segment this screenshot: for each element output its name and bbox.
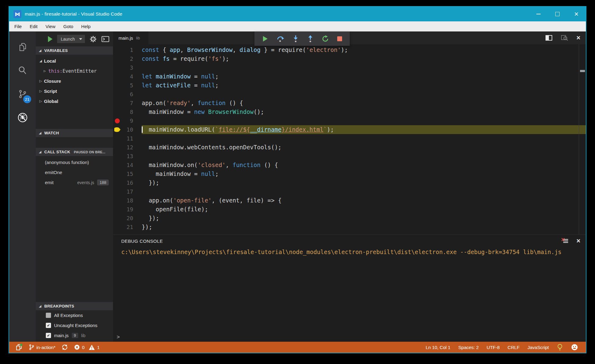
code-text[interactable] [142, 90, 586, 99]
breakpoint-gutter[interactable] [113, 152, 122, 161]
activity-source-control[interactable]: 21 [9, 82, 36, 106]
clear-console-icon[interactable] [561, 238, 569, 244]
code-text[interactable] [142, 116, 586, 125]
breakpoint-gutter[interactable] [113, 214, 122, 223]
variables-scope-closure[interactable]: ▷Closure [36, 76, 113, 86]
breakpoint-gutter[interactable] [113, 72, 122, 81]
code-text[interactable]: const { app, BrowserWindow, dialog } = r… [142, 46, 586, 54]
status-indicator[interactable] [12, 344, 26, 351]
encoding[interactable]: UTF-8 [483, 345, 504, 350]
eol-sequence[interactable]: CRLF [504, 345, 524, 350]
variable-row[interactable]: ▷this: EventEmitter [36, 66, 113, 76]
breakpoint-gutter[interactable] [113, 116, 122, 125]
maximize-button[interactable] [548, 7, 567, 21]
stop-icon[interactable] [337, 36, 342, 42]
configure-gear-button[interactable] [90, 36, 97, 42]
breakpoint-gutter[interactable] [113, 90, 122, 99]
breakpoint-gutter[interactable] [113, 187, 122, 196]
breakpoint-gutter[interactable] [113, 63, 122, 72]
code-text[interactable] [142, 187, 586, 196]
debug-config-dropdown[interactable]: Launch [57, 35, 85, 43]
breakpoint-row[interactable]: All Exceptions [36, 310, 113, 320]
code-text[interactable]: mainWindow = null; [142, 169, 586, 178]
close-button[interactable]: × [567, 7, 586, 21]
breakpoint-gutter[interactable] [113, 205, 122, 214]
tab-main-js[interactable]: main.js lib [113, 31, 148, 44]
toggle-preview-icon[interactable] [560, 34, 568, 42]
breakpoint-gutter[interactable] [113, 134, 122, 143]
code-text[interactable] [142, 152, 586, 161]
close-editor-icon[interactable]: × [576, 35, 580, 41]
breakpoint-checkbox[interactable]: ✔ [46, 323, 51, 328]
breakpoint-row[interactable]: ✔Uncaught Exceptions [36, 320, 113, 330]
code-text[interactable]: mainWindow.on('closed', function () { [142, 161, 586, 169]
minimize-button[interactable] [529, 7, 548, 21]
variables-section-header[interactable]: ◢ VARIABLES [36, 46, 113, 55]
breakpoint-gutter[interactable] [113, 107, 122, 116]
indentation[interactable]: Spaces: 2 [454, 345, 483, 350]
menu-edit[interactable]: Edit [26, 24, 42, 29]
breakpoint-gutter[interactable] [113, 46, 122, 54]
breakpoint-gutter[interactable] [113, 223, 122, 231]
stack-frame[interactable]: emitevents.js188 [36, 177, 113, 187]
breakpoint-row[interactable]: ✔main.js9lib [36, 330, 113, 340]
step-out-icon[interactable] [307, 35, 314, 42]
language-mode[interactable]: JavaScript [524, 345, 553, 350]
breakpoint-checkbox[interactable]: ✔ [46, 333, 51, 338]
breakpoint-checkbox[interactable] [46, 313, 51, 318]
breakpoint-gutter[interactable] [113, 143, 122, 152]
restart-icon[interactable] [322, 35, 329, 42]
cursor-position[interactable]: Ln 10, Col 1 [422, 345, 454, 350]
feedback-status[interactable] [567, 344, 582, 351]
code-text[interactable]: let activeFile = null; [142, 81, 586, 90]
activity-explorer[interactable] [9, 35, 36, 59]
breakpoint-gutter[interactable] [113, 196, 122, 205]
breakpoint-gutter[interactable] [113, 169, 122, 178]
code-text[interactable]: openFile(file); [142, 205, 586, 214]
watch-section-header[interactable]: ◢ WATCH [36, 129, 113, 137]
breakpoints-section-header[interactable]: ◢ BREAKPOINTS [36, 302, 113, 310]
code-text[interactable]: const fs = require('fs'); [142, 54, 586, 63]
step-over-icon[interactable] [276, 35, 284, 42]
code-text[interactable]: let mainWindow = null; [142, 72, 586, 81]
code-text[interactable]: }); [142, 214, 586, 223]
code-text[interactable]: }); [142, 223, 586, 231]
step-into-icon[interactable] [292, 35, 299, 42]
stack-frame[interactable]: emitOne [36, 167, 113, 177]
menu-help[interactable]: Help [77, 24, 95, 29]
menu-goto[interactable]: Goto [59, 24, 77, 29]
git-branch-status[interactable]: in-action* [26, 344, 59, 350]
breakpoint-gutter[interactable] [113, 81, 122, 90]
code-text[interactable]: app.on('open-file', (event, file) => { [142, 196, 586, 205]
close-panel-icon[interactable]: × [576, 238, 580, 244]
code-text[interactable]: mainWindow.loadURL(`file://${__dirname}/… [142, 125, 586, 134]
breakpoint-gutter[interactable] [113, 161, 122, 169]
overview-ruler[interactable] [579, 44, 586, 235]
console-input[interactable]: > [113, 333, 586, 342]
call-stack-section-header[interactable]: ◢ CALL STACK PAUSED ON BRE... [36, 148, 113, 156]
code-text[interactable]: app.on('ready', function () { [142, 99, 586, 107]
problems-status[interactable]: 0 1 [71, 344, 103, 350]
code-text[interactable]: }); [142, 178, 586, 187]
code-editor[interactable]: 1const { app, BrowserWindow, dialog } = … [113, 44, 586, 235]
code-text[interactable]: mainWindow = new BrowserWindow(); [142, 107, 586, 116]
variables-scope-script[interactable]: ▷Script [36, 86, 113, 96]
stack-frame[interactable]: (anonymous function) [36, 157, 113, 167]
continue-icon[interactable] [262, 35, 268, 42]
variables-scope-local[interactable]: ◢Local [36, 56, 113, 66]
panel-title[interactable]: DEBUG CONSOLE [121, 238, 163, 244]
sync-status[interactable] [59, 344, 71, 350]
breakpoint-gutter[interactable] [113, 54, 122, 63]
code-text[interactable] [142, 63, 586, 72]
breakpoint-gutter[interactable] [113, 178, 122, 187]
open-debug-console-button[interactable] [101, 36, 109, 42]
breakpoint-gutter[interactable] [113, 99, 122, 107]
code-text[interactable] [142, 134, 586, 143]
variables-scope-global[interactable]: ▷Global [36, 96, 113, 106]
code-text[interactable]: mainWindow.webContents.openDevTools(); [142, 143, 586, 152]
lightbulb-status[interactable] [553, 344, 567, 351]
activity-search[interactable] [9, 59, 36, 82]
breakpoint-gutter[interactable] [113, 125, 122, 134]
activity-debug[interactable] [9, 106, 36, 129]
start-debug-button[interactable] [48, 36, 53, 42]
